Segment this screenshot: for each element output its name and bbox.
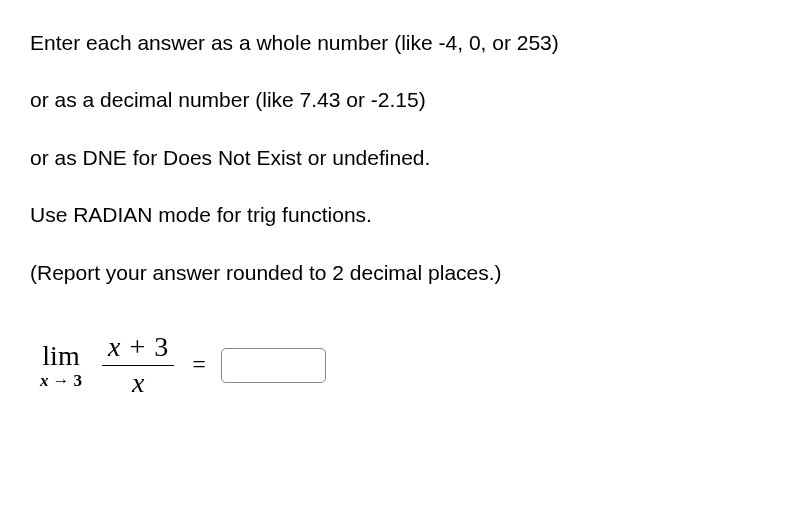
limit-value: 3	[74, 372, 83, 389]
equals-sign: =	[192, 348, 206, 382]
arrow-right-icon: →	[53, 372, 70, 389]
instruction-line-1: Enter each answer as a whole number (lik…	[30, 28, 764, 57]
limit-label: lim	[42, 342, 79, 370]
limit-problem: lim x → 3 x + 3 x =	[30, 332, 764, 399]
numerator: x + 3	[102, 332, 174, 366]
instruction-line-3: or as DNE for Does Not Exist or undefine…	[30, 143, 764, 172]
numerator-operator: +	[127, 331, 147, 362]
numerator-variable: x	[108, 331, 120, 362]
instruction-line-4: Use RADIAN mode for trig functions.	[30, 200, 764, 229]
denominator: x	[132, 366, 144, 399]
fraction-expression: x + 3 x	[102, 332, 174, 399]
limit-variable: x	[40, 372, 49, 389]
instruction-line-5: (Report your answer rounded to 2 decimal…	[30, 258, 764, 287]
answer-input[interactable]	[221, 348, 326, 383]
numerator-constant: 3	[154, 331, 168, 362]
instructions-block: Enter each answer as a whole number (lik…	[30, 28, 764, 287]
limit-expression: lim x → 3	[40, 342, 82, 389]
limit-approach: x → 3	[40, 372, 82, 389]
instruction-line-2: or as a decimal number (like 7.43 or -2.…	[30, 85, 764, 114]
